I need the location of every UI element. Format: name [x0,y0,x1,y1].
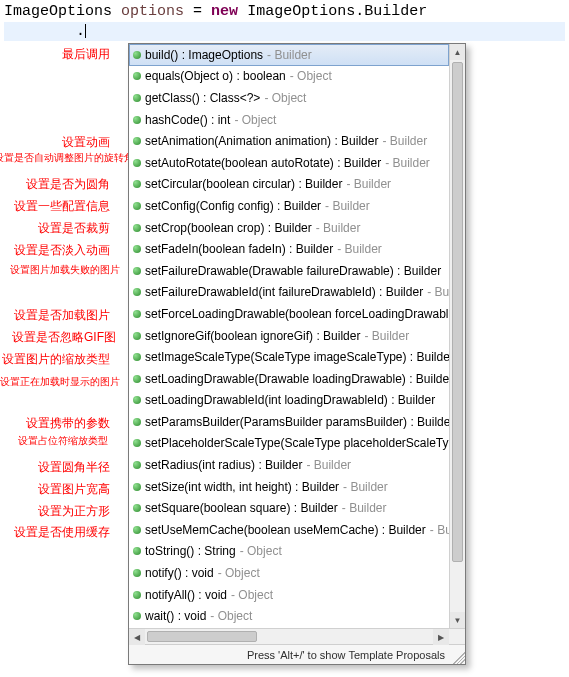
autocomplete-item[interactable]: setFadeIn(boolean fadeIn) : Builder - Bu… [129,238,449,260]
autocomplete-item[interactable]: setPlaceholderScaleType(ScaleType placeh… [129,433,449,455]
autocomplete-item[interactable]: hashCode() : int - Object [129,109,449,131]
method-signature: setAutoRotate(boolean autoRotate) : Buil… [145,156,381,170]
popup-status-bar: Press 'Alt+/' to show Template Proposals [129,644,465,664]
autocomplete-item[interactable]: setCrop(boolean crop) : Builder - Builde… [129,217,449,239]
method-source: - Buil [430,523,449,537]
code-indent: . [4,23,85,40]
method-signature: setImageScaleType(ScaleType imageScaleTy… [145,350,449,364]
code-editor[interactable]: ImageOptions options = new ImageOptions.… [0,0,569,43]
method-signature: setFailureDrawableId(int failureDrawable… [145,285,423,299]
annotation-label: 设置动画 [62,134,110,151]
autocomplete-item[interactable]: setCircular(boolean circular) : Builder … [129,174,449,196]
method-signature: getClass() : Class<?> [145,91,260,105]
autocomplete-item[interactable]: setSquare(boolean square) : Builder - Bu… [129,497,449,519]
annotation-label: 设置图片宽高 [38,481,110,498]
autocomplete-item[interactable]: setConfig(Config config) : Builder - Bui… [129,195,449,217]
scroll-thumb[interactable] [452,62,463,562]
annotation-label: 设置是否加载图片 [14,307,110,324]
autocomplete-item[interactable]: setAutoRotate(boolean autoRotate) : Buil… [129,152,449,174]
method-source: - Builder [342,501,387,515]
scroll-up-icon[interactable]: ▲ [450,44,465,60]
annotation-label: 设置是否为圆角 [26,176,110,193]
scroll-down-icon[interactable]: ▼ [450,612,465,628]
autocomplete-item[interactable]: getClass() : Class<?> - Object [129,87,449,109]
method-source: - Builder [325,199,370,213]
autocomplete-list[interactable]: build() : ImageOptions - Builderequals(O… [129,44,449,627]
method-icon [133,180,141,188]
autocomplete-item[interactable]: setImageScaleType(ScaleType imageScaleTy… [129,346,449,368]
method-signature: setCircular(boolean circular) : Builder [145,177,342,191]
autocomplete-item[interactable]: setLoadingDrawable(Drawable loadingDrawa… [129,368,449,390]
autocomplete-item[interactable]: setSize(int width, int height) : Builder… [129,476,449,498]
vertical-scrollbar[interactable]: ▲ ▼ [449,44,465,628]
annotation-label: 设置一些配置信息 [14,198,110,215]
autocomplete-item[interactable]: notify() : void - Object [129,562,449,584]
method-signature: setLoadingDrawableId(int loadingDrawable… [145,393,435,407]
method-icon [133,483,141,491]
method-icon [133,569,141,577]
method-icon [133,202,141,210]
code-keyword: new [211,3,238,20]
method-signature: setForceLoadingDrawable(boolean forceLoa… [145,307,449,321]
method-signature: setConfig(Config config) : Builder [145,199,321,213]
method-icon [133,267,141,275]
method-icon [133,72,141,80]
autocomplete-item[interactable]: equals(Object o) : boolean - Object [129,66,449,88]
autocomplete-item[interactable]: notifyAll() : void - Object [129,584,449,606]
method-icon [133,526,141,534]
method-source: - Builder [316,221,361,235]
method-signature: build() : ImageOptions [145,48,263,62]
horizontal-scrollbar[interactable]: ◀ ▶ [129,628,465,644]
method-signature: notify() : void [145,566,214,580]
method-icon [133,332,141,340]
annotation-label: 设置是否裁剪 [38,220,110,237]
method-signature: setCrop(boolean crop) : Builder [145,221,312,235]
annotation-label: 最后调用 [62,46,110,63]
method-signature: toString() : String [145,544,236,558]
method-signature: setParamsBuilder(ParamsBuilder paramsBui… [145,415,449,429]
autocomplete-item[interactable]: setLoadingDrawableId(int loadingDrawable… [129,390,449,412]
method-source: - Object [231,588,273,602]
method-signature: wait() : void [145,609,206,623]
method-source: - Builder [346,177,391,191]
scroll-right-icon[interactable]: ▶ [433,629,449,645]
scroll-left-icon[interactable]: ◀ [129,629,145,645]
autocomplete-item[interactable]: setRadius(int radius) : Builder - Builde… [129,454,449,476]
method-icon [133,439,141,447]
resize-handle-icon[interactable] [449,648,465,664]
code-op: = [193,3,202,20]
autocomplete-item[interactable]: setForceLoadingDrawable(boolean forceLoa… [129,303,449,325]
autocomplete-item[interactable]: setIgnoreGif(boolean ignoreGif) : Builde… [129,325,449,347]
autocomplete-item[interactable]: wait() : void - Object [129,605,449,627]
autocomplete-item[interactable]: build() : ImageOptions - Builder [129,44,449,66]
method-source: - Object [264,91,306,105]
status-text: Press 'Alt+/' to show Template Proposals [247,649,445,661]
method-source: - Builder [306,458,351,472]
annotation-label: 设置是否使用缓存 [14,524,110,541]
autocomplete-item[interactable]: setParamsBuilder(ParamsBuilder paramsBui… [129,411,449,433]
autocomplete-popup: build() : ImageOptions - Builderequals(O… [128,43,466,665]
autocomplete-item[interactable]: setUseMemCache(boolean useMemCache) : Bu… [129,519,449,541]
method-icon [133,159,141,167]
method-icon [133,224,141,232]
method-icon [133,245,141,253]
method-signature: setFadeIn(boolean fadeIn) : Builder [145,242,333,256]
method-icon [133,461,141,469]
autocomplete-item[interactable]: setFailureDrawable(Drawable failureDrawa… [129,260,449,282]
method-icon [133,591,141,599]
autocomplete-item[interactable]: setFailureDrawableId(int failureDrawable… [129,282,449,304]
annotation-label: 设置图片的缩放类型 [2,351,110,368]
scroll-track[interactable] [450,60,465,612]
annotation-label: 设置是否忽略GIF图 [12,329,116,346]
code-type2: ImageOptions.Builder [247,3,427,20]
autocomplete-item[interactable]: setAnimation(Animation animation) : Buil… [129,130,449,152]
method-signature: setSize(int width, int height) : Builder [145,480,339,494]
method-icon [133,51,141,59]
annotation-label: 设置是否自动调整图片的旋转角度 [0,151,144,165]
hscroll-thumb[interactable] [147,631,257,642]
annotation-label: 设置圆角半径 [38,459,110,476]
method-signature: setSquare(boolean square) : Builder [145,501,338,515]
autocomplete-item[interactable]: toString() : String - Object [129,541,449,563]
method-icon [133,504,141,512]
method-source: - Builder [343,480,388,494]
